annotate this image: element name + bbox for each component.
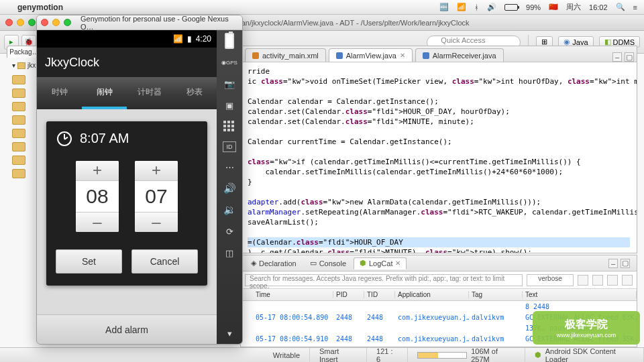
notification-center-icon[interactable]: ≡ bbox=[633, 3, 637, 11]
java-icon bbox=[336, 52, 343, 59]
console-icon: ▭ bbox=[310, 259, 317, 267]
hour-value[interactable]: 08 bbox=[76, 181, 119, 212]
network-widget[interactable]: ⋯ bbox=[221, 160, 238, 174]
capture-widget[interactable]: ▣ bbox=[221, 99, 238, 112]
watermark: 极客学院 www.jikexueyuan.com bbox=[533, 311, 640, 345]
minimize-window-icon[interactable] bbox=[17, 19, 24, 26]
expand-icon[interactable]: ▾ bbox=[12, 62, 15, 69]
clear-log-button[interactable] bbox=[592, 275, 603, 286]
tab-alarmreceiver[interactable]: AlarmReceiver.java bbox=[415, 48, 504, 62]
minimize-view-icon[interactable]: – bbox=[608, 259, 618, 268]
folder-icon[interactable] bbox=[12, 142, 25, 152]
close-tab-icon[interactable]: ✕ bbox=[395, 259, 400, 267]
android-status-bar: 📶 ▮ 4:20 bbox=[37, 30, 217, 48]
col-app[interactable]: Application bbox=[395, 291, 469, 298]
logcat-level-select[interactable]: verbose bbox=[527, 274, 574, 286]
volume-down-button[interactable]: 🔉 bbox=[221, 203, 238, 217]
menubar-app[interactable]: genymotion bbox=[17, 3, 63, 12]
tab-declaration[interactable]: ◈Declaration bbox=[245, 257, 303, 269]
close-tab-icon[interactable]: ✕ bbox=[400, 52, 405, 59]
minute-decrement-button[interactable]: – bbox=[135, 212, 178, 232]
display-filters-button[interactable] bbox=[607, 275, 618, 286]
close-window-icon[interactable] bbox=[41, 19, 48, 26]
bluetooth-icon[interactable]: ᚼ bbox=[474, 3, 479, 11]
gps-widget[interactable]: ◉GPS bbox=[221, 56, 238, 69]
status-heap[interactable]: 106M of 257M bbox=[408, 348, 525, 362]
editor-tabs: activity_main.xml AlarmView.java✕ AlarmR… bbox=[241, 46, 637, 62]
maximize-view-icon[interactable]: ▢ bbox=[621, 259, 630, 268]
hour-increment-button[interactable]: + bbox=[76, 161, 119, 181]
folder-icon[interactable] bbox=[12, 115, 25, 125]
spotlight-icon[interactable]: 🔍 bbox=[616, 3, 625, 11]
save-log-button[interactable] bbox=[578, 275, 588, 286]
col-text[interactable]: Text bbox=[523, 291, 637, 298]
camera-widget[interactable]: 📷 bbox=[221, 77, 238, 90]
device-screen[interactable]: 📶 ▮ 4:20 JkxyClock 时钟 闹钟 计时器 秒表 8:07 AM … bbox=[37, 30, 217, 344]
flag-icon[interactable]: 🇨🇳 bbox=[549, 3, 558, 11]
logcat-toolbar: Search for messages. Accepts Java regexe… bbox=[241, 272, 637, 289]
volume-icon[interactable]: 🔊 bbox=[487, 3, 496, 11]
col-pid[interactable]: PID bbox=[333, 291, 364, 298]
minute-value[interactable]: 07 bbox=[135, 181, 178, 212]
editor-area: activity_main.xml AlarmView.java✕ AlarmR… bbox=[240, 46, 637, 253]
battery-icon[interactable] bbox=[504, 4, 518, 11]
folder-icon[interactable] bbox=[12, 88, 25, 98]
battery-widget[interactable] bbox=[221, 34, 238, 48]
code-editor[interactable]: rride ic class="kw">void onTimeSet(TimeP… bbox=[241, 62, 637, 253]
tab-logcat[interactable]: ⬢LogCat✕ bbox=[354, 257, 407, 269]
clock-icon bbox=[57, 131, 72, 146]
tab-alarm[interactable]: 闹钟 bbox=[82, 77, 127, 109]
tab-alarmview[interactable]: AlarmView.java✕ bbox=[329, 48, 413, 62]
maximize-view-icon[interactable]: ▢ bbox=[625, 52, 634, 62]
project-icon bbox=[17, 62, 25, 69]
folder-icon[interactable] bbox=[12, 75, 25, 84]
zoom-window-icon[interactable] bbox=[64, 19, 71, 26]
tab-clock[interactable]: 时钟 bbox=[37, 77, 82, 109]
folder-icon[interactable] bbox=[12, 156, 25, 165]
menubar-time: 16:02 bbox=[589, 3, 608, 11]
zoom-window-icon[interactable] bbox=[28, 19, 36, 26]
signal-icon: 📶 bbox=[173, 34, 183, 44]
volume-up-button[interactable]: 🔊 bbox=[221, 182, 238, 195]
logcat-search-input[interactable]: Search for messages. Accepts Java regexe… bbox=[245, 274, 523, 286]
folder-icon[interactable] bbox=[12, 102, 25, 111]
status-time: 4:20 bbox=[196, 34, 211, 44]
folder-icon[interactable] bbox=[12, 129, 25, 138]
android-icon: ⬢ bbox=[535, 351, 541, 359]
minimize-window-icon[interactable] bbox=[52, 19, 60, 26]
battery-icon: ▮ bbox=[187, 34, 192, 44]
status-writable: Writable bbox=[264, 348, 310, 362]
wifi-icon[interactable]: 📶 bbox=[457, 3, 466, 11]
folder-icon[interactable] bbox=[12, 169, 25, 178]
minimize-view-icon[interactable]: – bbox=[612, 52, 622, 62]
xml-icon bbox=[252, 52, 259, 59]
col-tag[interactable]: Tag bbox=[469, 291, 523, 298]
tab-console[interactable]: ▭Console bbox=[304, 257, 352, 269]
tab-timer[interactable]: 计时器 bbox=[127, 77, 172, 109]
battery-percent: 99% bbox=[526, 3, 541, 11]
input-method-icon[interactable]: 🔤 bbox=[439, 3, 449, 11]
col-tid[interactable]: TID bbox=[364, 291, 395, 298]
cancel-button[interactable]: Cancel bbox=[131, 249, 198, 274]
time-label: 8:07 AM bbox=[80, 131, 129, 146]
col-time[interactable]: Time bbox=[253, 291, 333, 298]
minute-increment-button[interactable]: + bbox=[135, 161, 178, 181]
add-alarm-button[interactable]: Add alarm ↖ bbox=[37, 314, 217, 344]
genymotion-titlebar[interactable]: Genymotion for personal use - Google Nex… bbox=[37, 15, 242, 30]
pixel-perfect-button[interactable]: ◫ bbox=[221, 246, 238, 259]
hour-decrement-button[interactable]: – bbox=[76, 212, 119, 232]
rotate-button[interactable]: ⟳ bbox=[221, 225, 238, 238]
identifier-widget[interactable]: ID bbox=[223, 141, 236, 152]
more-button[interactable]: ▾ bbox=[221, 326, 238, 340]
genymotion-window[interactable]: Genymotion for personal use - Google Nex… bbox=[36, 15, 243, 345]
remote-widget[interactable] bbox=[221, 120, 238, 133]
set-button[interactable]: Set bbox=[56, 249, 122, 274]
tab-activity-main[interactable]: activity_main.xml bbox=[245, 48, 326, 62]
declaration-icon: ◈ bbox=[251, 259, 256, 267]
minute-picker[interactable]: + 07 – bbox=[135, 161, 178, 232]
scroll-lock-button[interactable] bbox=[622, 275, 633, 286]
cursor-icon: ↖ bbox=[124, 344, 132, 345]
tab-stopwatch[interactable]: 秒表 bbox=[172, 77, 217, 109]
close-window-icon[interactable] bbox=[5, 19, 13, 26]
hour-picker[interactable]: + 08 – bbox=[76, 161, 119, 232]
